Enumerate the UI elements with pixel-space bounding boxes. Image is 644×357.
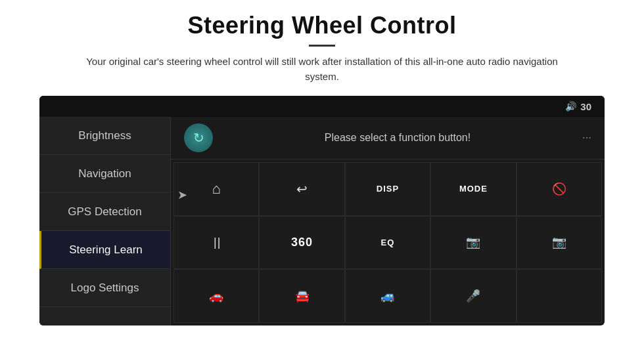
grid-cell-back[interactable]: ↩ [259,162,344,216]
page-title: Steering Wheel Control [187,12,456,39]
home-icon: ⌂ [212,180,221,198]
sidebar-label-brightness: Brightness [78,129,131,142]
grid-cell-disp[interactable]: DISP [345,162,430,216]
eq-bars-icon: | | [214,236,219,249]
grid-cell-home[interactable]: ⌂ [173,162,259,216]
device-topbar: 🔊 30 [39,96,605,117]
refresh-button[interactable]: ↻ [184,123,213,152]
sidebar-label-logo: Logo Settings [71,282,139,295]
main-header: ↻ Please select a function button! ⋯ [171,117,605,159]
360-label: 360 [291,236,313,249]
grid-cell-eq-bars[interactable]: | | [173,216,259,270]
grid-cell-mode[interactable]: MODE [430,162,516,216]
grid-cell-camera-1[interactable]: 📷 [430,216,516,270]
refresh-icon: ↻ [193,130,204,146]
sidebar-item-steering-learn[interactable]: Steering Learn [39,231,170,269]
sidebar-item-gps-detection[interactable]: GPS Detection [39,193,170,231]
page-subtitle: Your original car's steering wheel contr… [72,54,572,84]
camera-2-icon: 📷 [552,235,566,249]
device-body: Brightness Navigation GPS Detection Stee… [39,117,605,326]
sidebar-label-navigation: Navigation [78,167,131,180]
settings-dots-icon: ⋯ [582,133,591,143]
volume-icon: 🔊 [565,101,576,112]
sidebar-item-brightness[interactable]: Brightness [39,117,170,155]
back-icon: ↩ [296,181,308,197]
grid-cell-car-2[interactable]: 🚘 [259,269,344,323]
sidebar: Brightness Navigation GPS Detection Stee… [39,117,171,326]
device-screen: 🔊 30 Brightness Navigation GPS Detection… [39,96,605,326]
sidebar-label-gps: GPS Detection [68,205,141,219]
camera-1-icon: 📷 [466,235,480,249]
car-2-icon: 🚘 [295,289,310,303]
disp-label: DISP [377,184,399,194]
function-prompt: Please select a function button! [223,132,572,144]
sidebar-label-steering: Steering Learn [69,243,143,257]
grid-cell-car-1[interactable]: 🚗 [173,269,259,323]
volume-number: 30 [580,101,591,112]
phone-off-icon: 🚫 [552,182,566,196]
sidebar-item-logo-settings[interactable]: Logo Settings [39,269,170,307]
grid-cell-car-3[interactable]: 🚙 [345,269,430,323]
sidebar-item-navigation[interactable]: Navigation [39,155,170,193]
eq-label: EQ [381,238,395,247]
title-divider [309,45,335,47]
page-container: Steering Wheel Control Your original car… [0,0,644,357]
grid-cell-eq[interactable]: EQ [345,216,430,270]
grid-cell-mic[interactable]: 🎤 [430,269,516,323]
grid-cell-360[interactable]: 360 [259,216,344,270]
grid-cell-camera-2[interactable]: 📷 [517,216,602,270]
buttons-grid: ⌂ ↩ DISP MODE 🚫 | [171,159,605,326]
grid-cell-empty [517,269,602,323]
mic-icon: 🎤 [466,289,480,303]
grid-cell-phone-off[interactable]: 🚫 [517,162,602,216]
mode-label: MODE [459,184,488,194]
main-content: ↻ Please select a function button! ⋯ ⌂ ↩ [171,117,605,326]
car-3-icon: 🚙 [380,289,395,303]
car-1-icon: 🚗 [209,289,223,303]
